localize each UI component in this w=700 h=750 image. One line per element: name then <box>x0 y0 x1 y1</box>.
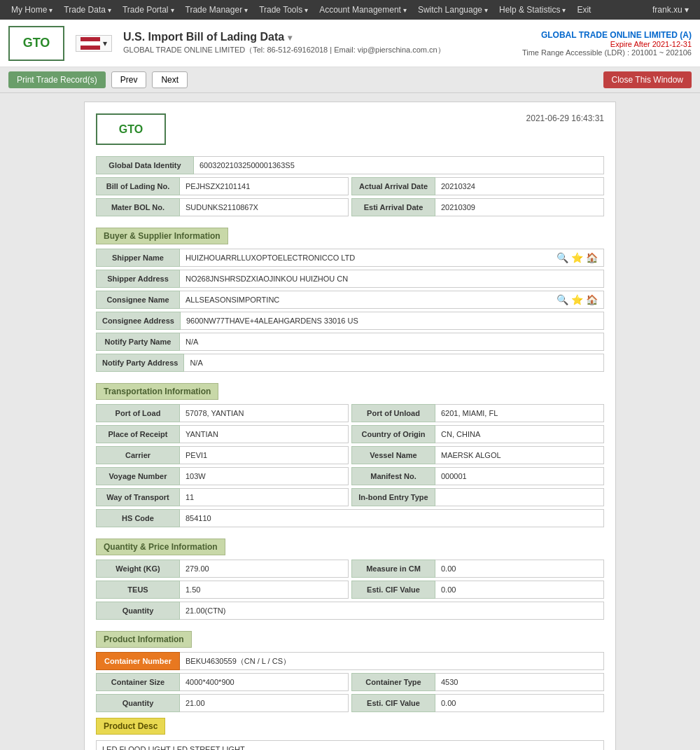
record-card: GTO 2021-06-29 16:43:31 Global Data Iden… <box>84 102 616 750</box>
consignee-address-value: 9600NW77THAVE+4ALEAHGARDENS 33016 US <box>181 312 604 330</box>
nav-my-home-chevron: ▾ <box>49 6 52 14</box>
cif2-label: Esti. CIF Value <box>351 694 435 712</box>
nav-account-management[interactable]: Account Management ▾ <box>314 0 412 20</box>
cif2-value: 0.00 <box>435 694 604 712</box>
weight-col: Weight (KG) 279.00 <box>96 560 349 578</box>
master-bol-row: Mater BOL No. SUDUNKS2110867X Esti Arriv… <box>96 198 604 216</box>
place-receipt-col: Place of Receipt YANTIAN <box>96 425 349 443</box>
hs-code-value: 854110 <box>180 509 604 527</box>
manifest-no-label: Manifest No. <box>351 467 435 485</box>
consignee-home-icon[interactable]: 🏠 <box>586 294 598 305</box>
teus-cif-row: TEUS 1.50 Esti. CIF Value 0.00 <box>96 581 604 599</box>
shipper-star-icon[interactable]: ⭐ <box>571 252 583 263</box>
vessel-name-label: Vessel Name <box>351 446 435 464</box>
notify-party-name-value: N/A <box>180 333 604 351</box>
port-load-value: 57078, YANTIAN <box>180 404 349 422</box>
global-data-identity-row: Global Data Identity 6003202103250000136… <box>96 156 604 174</box>
company-name: GLOBAL TRADE ONLINE LIMITED (A) <box>522 30 692 40</box>
port-unload-label: Port of Unload <box>351 404 435 422</box>
inbond-entry-value <box>435 488 604 506</box>
nav-trade-tools[interactable]: Trade Tools ▾ <box>253 0 314 20</box>
expire-info: Expire After 2021-12-31 <box>522 40 692 48</box>
global-data-identity-value: 60032021032500001363S5 <box>194 156 604 174</box>
place-receipt-value: YANTIAN <box>180 425 349 443</box>
esti-arrival-value: 20210309 <box>435 198 604 216</box>
notify-party-name-row: Notify Party Name N/A <box>96 333 604 351</box>
master-bol-value: SUDUNKS2110867X <box>180 198 349 216</box>
container-size-value: 4000*400*900 <box>180 673 349 691</box>
container-type-label: Container Type <box>351 673 435 691</box>
shipper-address-row: Shipper Address NO268JNSHRSDZXIAOJINKOU … <box>96 270 604 288</box>
flag-selector[interactable]: ▾ <box>76 35 112 52</box>
notify-party-address-value: N/A <box>184 354 604 372</box>
time-range: Time Range Accessible (LDR) : 201001 ~ 2… <box>522 48 692 57</box>
nav-exit[interactable]: Exit <box>571 0 596 20</box>
nav-trade-manager[interactable]: Trade Manager ▾ <box>180 0 254 20</box>
shipper-name-label: Shipper Name <box>96 249 180 267</box>
buyer-supplier-section-header: Buyer & Supplier Information <box>96 228 228 244</box>
port-unload-col: Port of Unload 6201, MIAMI, FL <box>351 404 604 422</box>
shipper-address-value: NO268JNSHRSDZXIAOJINKOU HUIZHOU CN <box>180 270 604 288</box>
nav-switch-language[interactable]: Switch Language ▾ <box>412 0 493 20</box>
container-number-label: Container Number <box>96 652 180 670</box>
print-button[interactable]: Print Trade Record(s) <box>8 71 106 88</box>
teus-label: TEUS <box>96 581 180 599</box>
card-logo: GTO <box>96 113 166 145</box>
consignee-star-icon[interactable]: ⭐ <box>571 294 583 305</box>
way-transport-value: 11 <box>180 488 349 506</box>
container-size-col: Container Size 4000*400*900 <box>96 673 349 691</box>
close-button[interactable]: Close This Window <box>603 71 692 88</box>
vessel-name-value: MAERSK ALGOL <box>435 446 604 464</box>
way-transport-col: Way of Transport 11 <box>96 488 349 506</box>
qty2-value: 21.00 <box>180 694 349 712</box>
product-desc-label-row: Product Desc <box>96 715 604 737</box>
header-title-area: U.S. Import Bill of Lading Data ▾ GLOBAL… <box>123 31 522 55</box>
notify-party-name-label: Notify Party Name <box>96 333 180 351</box>
product-section-header: Product Information <box>96 631 192 648</box>
weight-measure-row: Weight (KG) 279.00 Measure in CM 0.00 <box>96 560 604 578</box>
carrier-value: PEVI1 <box>180 446 349 464</box>
actual-arrival-col: Actual Arrival Date 20210324 <box>351 177 604 195</box>
manifest-no-value: 000001 <box>435 467 604 485</box>
header-bar: GTO ▾ U.S. Import Bill of Lading Data ▾ … <box>0 20 700 67</box>
nav-my-home[interactable]: My Home ▾ <box>6 0 58 20</box>
weight-value: 279.00 <box>180 560 349 578</box>
nav-account-chevron: ▾ <box>403 6 407 14</box>
user-menu[interactable]: frank.xu ▾ <box>647 5 694 15</box>
nav-help-statistics[interactable]: Help & Statistics ▾ <box>493 0 571 20</box>
transportation-section-header: Transportation Information <box>96 383 218 400</box>
quantity-label: Quantity <box>96 602 180 620</box>
card-date: 2021-06-29 16:43:31 <box>526 113 604 123</box>
shipper-name-row: Shipper Name HUIZHOUARRLLUXOPTOELECTRONI… <box>96 249 604 267</box>
shipper-search-icon[interactable]: 🔍 <box>556 252 568 263</box>
weight-label: Weight (KG) <box>96 560 180 578</box>
inbond-entry-label: In-bond Entry Type <box>351 488 435 506</box>
vessel-name-col: Vessel Name MAERSK ALGOL <box>351 446 604 464</box>
bill-of-lading-col: Bill of Lading No. PEJHSZX2101141 <box>96 177 349 195</box>
top-toolbar: Print Trade Record(s) Prev Next Close Th… <box>0 67 700 93</box>
logo: GTO <box>8 26 64 61</box>
place-origin-row: Place of Receipt YANTIAN Country of Orig… <box>96 425 604 443</box>
global-data-identity-label: Global Data Identity <box>96 156 194 174</box>
shipper-home-icon[interactable]: 🏠 <box>586 252 598 263</box>
container-number-value: BEKU4630559（CN / L / CS） <box>180 652 604 670</box>
nav-trade-data[interactable]: Trade Data ▾ <box>58 0 117 20</box>
consignee-icons: 🔍 ⭐ 🏠 <box>556 294 598 305</box>
prev-button[interactable]: Prev <box>111 71 147 88</box>
master-bol-label: Mater BOL No. <box>96 198 180 216</box>
bil-row: Bill of Lading No. PEJHSZX2101141 Actual… <box>96 177 604 195</box>
nav-help-chevron: ▾ <box>562 6 566 14</box>
nav-trade-data-chevron: ▾ <box>108 6 111 14</box>
next-button[interactable]: Next <box>152 71 188 88</box>
port-load-col: Port of Load 57078, YANTIAN <box>96 404 349 422</box>
consignee-address-row: Consignee Address 9600NW77THAVE+4ALEAHGA… <box>96 312 604 330</box>
nav-trade-portal[interactable]: Trade Portal ▾ <box>117 0 180 20</box>
quantity-value: 21.00(CTN) <box>180 602 604 620</box>
country-origin-label: Country of Origin <box>351 425 435 443</box>
consignee-search-icon[interactable]: 🔍 <box>556 294 568 305</box>
esti-cif-label: Esti. CIF Value <box>351 581 435 599</box>
qty2-col: Quantity 21.00 <box>96 694 349 712</box>
voyage-number-label: Voyage Number <box>96 467 180 485</box>
carrier-col: Carrier PEVI1 <box>96 446 349 464</box>
notify-party-address-row: Notify Party Address N/A <box>96 354 604 372</box>
